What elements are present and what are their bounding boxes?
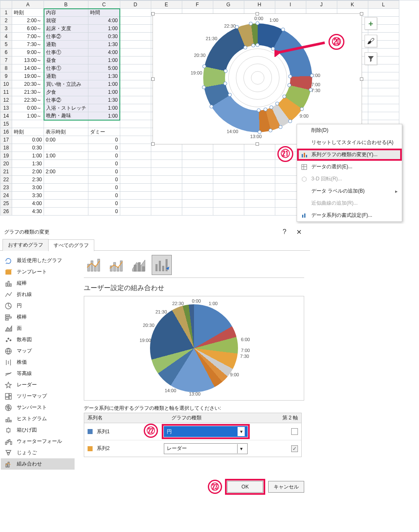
cell[interactable]	[244, 176, 275, 184]
cell[interactable]: 13:00～	[12, 57, 44, 64]
chart-category-item[interactable]: 円	[1, 300, 75, 311]
col-header[interactable]: J	[306, 1, 337, 9]
cell[interactable]: 1:30	[88, 96, 120, 104]
cell[interactable]: 0	[88, 160, 120, 168]
cell[interactable]: 3:30	[12, 192, 44, 200]
cell[interactable]	[244, 168, 275, 176]
series1-chart-type-select[interactable]: 円▾	[164, 426, 248, 437]
combo-subtype-3[interactable]	[129, 255, 149, 275]
cell[interactable]	[151, 168, 182, 176]
cell[interactable]	[120, 168, 151, 176]
chart-category-item[interactable]: 箱ひげ図	[1, 424, 75, 436]
row-header[interactable]: 2	[0, 17, 12, 25]
chart-category-item[interactable]: サンバースト	[1, 402, 75, 413]
cell[interactable]	[120, 112, 151, 120]
cell[interactable]	[120, 49, 151, 57]
cell[interactable]: 買い物・立読み	[44, 80, 88, 88]
cell[interactable]	[44, 192, 88, 200]
cell[interactable]	[368, 88, 399, 96]
cell[interactable]	[182, 152, 213, 160]
cell[interactable]: 7:30～	[12, 41, 44, 49]
col-header[interactable]: C	[88, 1, 120, 9]
cell[interactable]	[213, 208, 244, 216]
cell[interactable]	[244, 192, 275, 200]
chart-category-item[interactable]: 面	[1, 323, 75, 334]
row-header[interactable]: 6	[0, 49, 12, 57]
row-header[interactable]: 17	[0, 136, 12, 144]
cell[interactable]	[120, 64, 151, 72]
cell[interactable]: 0:30	[12, 144, 44, 152]
combo-subtype-custom[interactable]	[152, 255, 172, 275]
col-header[interactable]: I	[275, 1, 306, 9]
cell[interactable]	[12, 120, 44, 128]
cell[interactable]	[120, 136, 151, 144]
cell[interactable]	[368, 9, 399, 17]
cell[interactable]	[120, 9, 151, 17]
cell[interactable]	[120, 96, 151, 104]
series2-chart-type-select[interactable]: レーダー▾	[164, 443, 248, 454]
row-header[interactable]: 4	[0, 33, 12, 41]
cell[interactable]	[120, 152, 151, 160]
tab-recommended[interactable]: おすすめグラフ	[3, 239, 49, 251]
cell[interactable]: 14:00～	[12, 64, 44, 72]
cell[interactable]	[44, 120, 88, 128]
cell[interactable]: 1:00	[88, 57, 120, 64]
row-header[interactable]: 24	[0, 192, 12, 200]
cell[interactable]: 1:00	[88, 25, 120, 33]
chart-styles-button[interactable]: 🖌	[365, 35, 377, 47]
chart-category-list[interactable]: 最近使用したグラフテンプレート縦棒折れ線円横棒面散布図マップ株価等高線レーダーツ…	[0, 251, 75, 474]
row-header[interactable]: 5	[0, 41, 12, 49]
cell[interactable]: 4:30	[12, 208, 44, 216]
cell[interactable]	[120, 128, 151, 136]
cell[interactable]	[368, 112, 399, 120]
cell[interactable]	[182, 168, 213, 176]
cell[interactable]: 仕事①	[44, 64, 88, 72]
cell[interactable]: 0	[88, 168, 120, 176]
cell[interactable]	[244, 184, 275, 192]
cell[interactable]: 0	[88, 152, 120, 160]
cell[interactable]	[213, 176, 244, 184]
cell[interactable]	[182, 184, 213, 192]
cell[interactable]: 5:00	[88, 64, 120, 72]
cell[interactable]	[120, 88, 151, 96]
row-header[interactable]: 1	[0, 9, 12, 17]
cell[interactable]: 0	[88, 144, 120, 152]
cell[interactable]	[368, 80, 399, 88]
row-header[interactable]: 26	[0, 208, 12, 216]
menu-reset-style[interactable]: リセットしてスタイルに合わせる(A)	[297, 136, 402, 149]
cell[interactable]	[120, 160, 151, 168]
chart-category-item[interactable]: ツリーマップ	[1, 391, 75, 402]
menu-change-chart-type[interactable]: 系列グラフの種類の変更(Y)...	[297, 149, 402, 161]
col-header[interactable]: H	[244, 1, 275, 9]
col-header[interactable]: F	[182, 1, 213, 9]
chart-category-item[interactable]: レーダー	[1, 379, 75, 391]
cell[interactable]: 0	[88, 192, 120, 200]
cell[interactable]: 0	[88, 184, 120, 192]
cell[interactable]: 1:00	[88, 80, 120, 88]
cell[interactable]	[368, 104, 399, 112]
menu-select-data[interactable]: データの選択(E)...	[297, 161, 402, 173]
cell[interactable]: 9:00～	[12, 49, 44, 57]
row-header[interactable]: 14	[0, 112, 12, 120]
chart-category-item[interactable]: じょうご	[1, 447, 75, 458]
cell[interactable]: 1:00	[12, 152, 44, 160]
col-header[interactable]: L	[368, 1, 399, 9]
doughnut-chart[interactable]: 0:00 1:00 6:00 7:00 7:30 9:00 13:00 14:0…	[203, 23, 312, 132]
row-header[interactable]: 21	[0, 168, 12, 176]
chart-category-item[interactable]: ヒストグラム	[1, 413, 75, 424]
cell[interactable]: 晩酌・趣味	[44, 112, 88, 120]
chart-category-item[interactable]: ウォーターフォール	[1, 436, 75, 447]
cell[interactable]	[182, 144, 213, 152]
cell[interactable]	[213, 200, 244, 208]
cell[interactable]	[120, 184, 151, 192]
chart-add-element-button[interactable]: ＋	[365, 17, 377, 30]
cell[interactable]	[120, 192, 151, 200]
cell[interactable]: 4:00	[88, 49, 120, 57]
cell[interactable]: 時刻	[12, 128, 44, 136]
row-header[interactable]: 19	[0, 152, 12, 160]
cell[interactable]: 2:00	[12, 168, 44, 176]
row-header[interactable]: 18	[0, 144, 12, 152]
cell[interactable]: 1:00	[88, 104, 120, 112]
col-header[interactable]: A	[12, 1, 44, 9]
chart-category-item[interactable]: 折れ線	[1, 289, 75, 300]
